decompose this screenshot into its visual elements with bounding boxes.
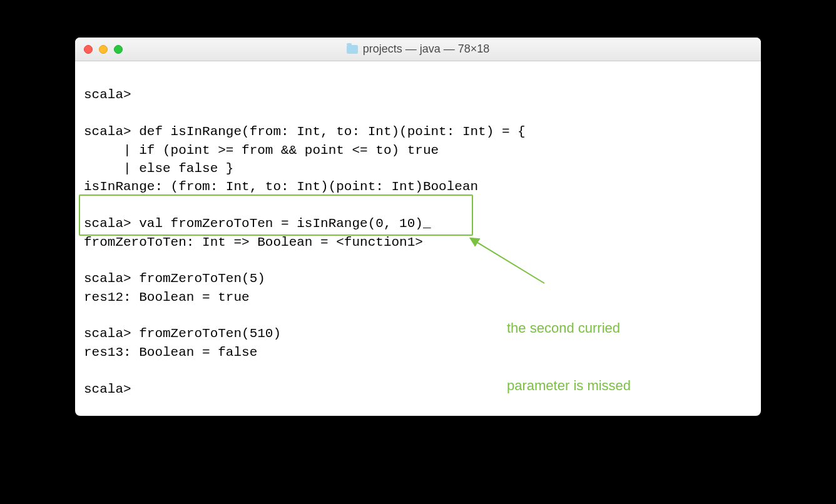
close-icon[interactable] (84, 45, 93, 54)
terminal-line: | if (point >= from && point <= to) true (84, 143, 439, 158)
terminal-line: scala> val fromZeroToTen = isInRange(0, … (84, 216, 431, 231)
terminal-line: isInRange: (from: Int, to: Int)(point: I… (84, 179, 478, 194)
traffic-lights (84, 45, 123, 54)
terminal-line: scala> def isInRange(from: Int, to: Int)… (84, 124, 526, 139)
terminal-line: scala> (84, 88, 131, 102)
terminal-line: fromZeroToTen: Int => Boolean = <functio… (84, 235, 423, 249)
window-title: projects — java — 78×18 (363, 43, 490, 56)
terminal-line: scala> fromZeroToTen(5) (84, 271, 265, 286)
terminal-body[interactable]: scala> scala> def isInRange(from: Int, t… (75, 61, 761, 416)
terminal-line: scala> fromZeroToTen(510) (84, 326, 281, 341)
terminal-line: scala> (84, 382, 131, 396)
terminal-line: res12: Boolean = true (84, 290, 250, 305)
svg-line-0 (476, 241, 544, 283)
titlebar[interactable]: projects — java — 78×18 (75, 38, 761, 61)
minimize-icon[interactable] (99, 45, 108, 54)
maximize-icon[interactable] (114, 45, 123, 54)
annotation-line: the second curried (507, 319, 631, 338)
annotation-line: parameter is missed (507, 376, 631, 396)
window-title-container: projects — java — 78×18 (75, 43, 761, 56)
folder-icon (347, 45, 358, 54)
terminal-window: projects — java — 78×18 scala> scala> de… (75, 38, 761, 416)
terminal-line: | else false } (84, 161, 233, 176)
annotation-text: the second curried parameter is missed (507, 280, 631, 416)
terminal-line: res13: Boolean = false (84, 345, 257, 360)
